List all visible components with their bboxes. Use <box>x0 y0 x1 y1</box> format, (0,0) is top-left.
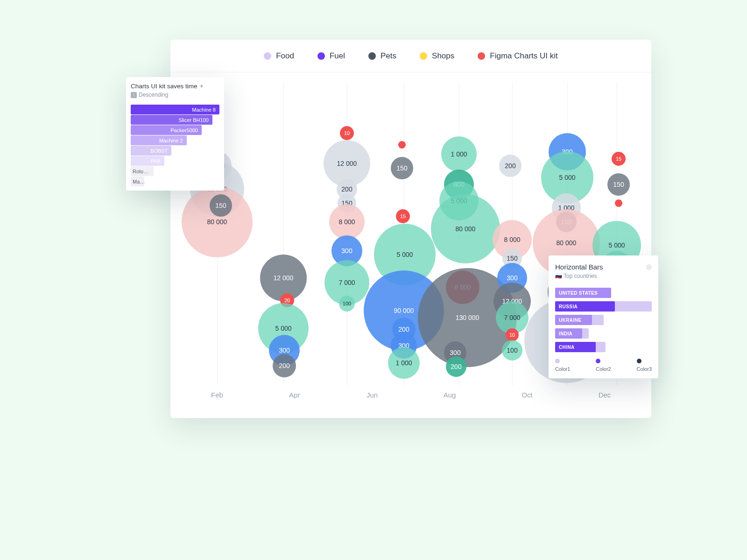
right-card-subtitle: 🇷🇺 Top countries <box>555 273 652 279</box>
bubble[interactable]: 15 <box>612 152 626 166</box>
legend-item[interactable]: Shops <box>420 51 454 61</box>
left-bar-card: Charts UI kit saves time ▾ ↓ Descending … <box>126 77 224 191</box>
bubble[interactable]: 150 <box>607 173 630 196</box>
arrow-down-icon: ↓ <box>131 92 137 98</box>
bar-fill: Packer5000 <box>131 125 202 135</box>
bubble[interactable]: 150 <box>391 157 413 179</box>
x-axis-labels: FebAprJunAugOctDec <box>170 385 651 399</box>
gear-icon[interactable] <box>646 264 652 270</box>
bar-fill: Slicer BH100 <box>131 115 212 125</box>
x-tick: Feb <box>203 391 231 399</box>
bar-fill: PH8 <box>131 156 164 166</box>
bubble[interactable]: 150 <box>210 194 232 217</box>
left-card-title: Charts UI kit saves time ▾ <box>131 83 219 90</box>
legend-swatch <box>317 52 325 60</box>
legend-item[interactable]: Food <box>264 51 294 61</box>
right-bar-card: Horizontal Bars 🇷🇺 Top countries UNITED … <box>549 255 658 378</box>
bubble[interactable]: 200 <box>273 354 296 377</box>
legend-swatch <box>555 359 560 363</box>
bubble[interactable]: 1 000 <box>388 347 420 379</box>
hbar-fg: INDIA <box>555 328 582 339</box>
left-card-title-text: Charts UI kit saves time <box>131 83 197 90</box>
bar-label: Ma… <box>133 177 145 186</box>
legend-swatch <box>264 52 271 60</box>
legend-item[interactable]: Pets <box>368 51 396 61</box>
legend-label: Color2 <box>596 366 611 372</box>
legend-swatch <box>637 359 641 363</box>
bubble[interactable]: 8 000 <box>329 204 365 240</box>
x-tick: Apr <box>281 391 309 399</box>
sort-order[interactable]: ↓ Descending <box>131 92 219 98</box>
bubble[interactable]: 1 000 <box>441 136 477 172</box>
hbar-row[interactable]: RUSSIA <box>555 301 652 312</box>
legend-label: Color1 <box>555 366 570 372</box>
bubble[interactable]: 15 <box>396 209 410 223</box>
legend-item[interactable]: Fuel <box>317 51 345 61</box>
bubble[interactable] <box>398 141 406 149</box>
list-item[interactable]: Roto… <box>131 166 219 176</box>
bubble[interactable]: 80 000 <box>431 194 500 263</box>
bubble[interactable]: 200 <box>499 155 521 177</box>
chevron-down-icon[interactable]: ▾ <box>200 83 203 89</box>
legend-item[interactable]: Figma Charts UI kit <box>478 51 557 61</box>
list-item[interactable]: PH8 <box>131 156 219 166</box>
legend-swatch <box>420 52 427 60</box>
legend-swatch <box>596 359 600 363</box>
list-item[interactable]: Machine 8 <box>131 105 219 114</box>
hbar-row[interactable]: CHINA <box>555 342 652 352</box>
hbar-row[interactable]: UNITED STATES <box>555 288 652 298</box>
legend-swatch <box>368 52 376 60</box>
hbar-row[interactable]: UKRAINE <box>555 315 652 325</box>
bar-fill: Machine 8 <box>131 105 219 114</box>
list-item[interactable]: Slicer BH100 <box>131 115 219 125</box>
bar-fill: Machine 2 <box>131 135 187 145</box>
bubble[interactable] <box>615 199 622 207</box>
bubble[interactable]: 200 <box>446 356 466 377</box>
legend-item: Color2 <box>596 359 611 372</box>
list-item[interactable]: Machine 2 <box>131 135 219 145</box>
legend-item: Color3 <box>637 359 652 372</box>
legend-label: Fuel <box>330 51 345 61</box>
list-item[interactable]: Packer5000 <box>131 125 219 135</box>
list-item[interactable]: BOBST <box>131 146 219 156</box>
legend-swatch <box>478 52 485 60</box>
bubble[interactable]: 10 <box>506 328 519 341</box>
bubble[interactable]: 100 <box>339 296 355 312</box>
legend-item: Color1 <box>555 359 570 372</box>
hbar-fg: CHINA <box>555 342 596 352</box>
bubble[interactable]: 10 <box>340 126 354 140</box>
bar-fill: BOBST <box>131 146 171 156</box>
x-tick: Dec <box>591 391 619 399</box>
bubble[interactable]: 100 <box>502 340 522 361</box>
hbar-fg: RUSSIA <box>555 301 615 312</box>
legend-label: Figma Charts UI kit <box>490 51 557 61</box>
x-tick: Aug <box>436 391 464 399</box>
svg-point-0 <box>648 266 650 268</box>
list-item[interactable]: Ma… <box>131 177 219 186</box>
x-tick: Jun <box>358 391 386 399</box>
hbar-row[interactable]: INDIA <box>555 328 652 339</box>
legend-label: Food <box>276 51 294 61</box>
right-card-legend: Color1Color2Color3 <box>555 359 652 372</box>
hbar-fg: UNITED STATES <box>555 288 611 298</box>
x-tick: Oct <box>513 391 541 399</box>
legend-label: Pets <box>381 51 396 61</box>
sort-label: Descending <box>139 92 168 98</box>
right-card-title: Horizontal Bars <box>555 263 603 271</box>
hbar-fg: UKRAINE <box>555 315 592 325</box>
legend-label: Color3 <box>637 366 652 372</box>
legend-label: Shops <box>432 51 454 61</box>
chart-legend: FoodFuelPetsShopsFigma Charts UI kit <box>170 40 651 72</box>
bar-label: Roto… <box>133 166 148 176</box>
